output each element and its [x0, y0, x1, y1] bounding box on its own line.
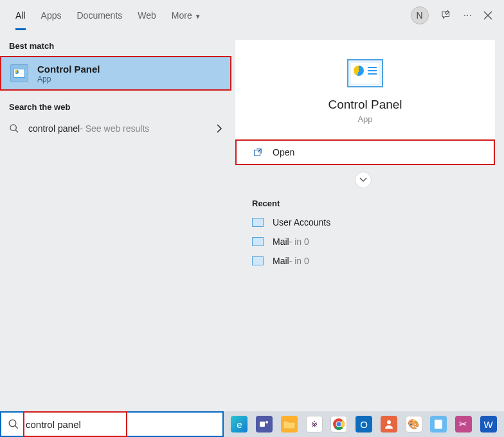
recent-item-user-accounts[interactable]: User Accounts	[252, 217, 478, 227]
svg-point-4	[266, 421, 268, 424]
app-actions: Open	[235, 139, 495, 165]
svg-rect-11	[435, 420, 442, 429]
search-web-label: Search the web	[0, 100, 231, 117]
chevron-down-icon: ▼	[195, 13, 201, 20]
taskbar-app-outlook[interactable]: O	[352, 413, 376, 435]
taskbar-search-box[interactable]	[0, 411, 224, 437]
web-search-result[interactable]: control panel - See web results	[0, 117, 231, 140]
result-title: Control Panel	[37, 64, 100, 75]
recent-item-suffix: - in 0	[289, 256, 309, 266]
taskbar-app-edge[interactable]: e	[228, 413, 251, 435]
taskbar-app-teams[interactable]	[253, 413, 276, 435]
search-header: All Apps Documents Web More▼ N ···	[0, 0, 504, 31]
search-icon	[9, 123, 19, 134]
control-panel-large-icon	[347, 59, 383, 87]
web-query-text: control panel	[28, 123, 80, 134]
recent-item-mail-1[interactable]: Mail - in 0	[252, 236, 478, 247]
web-query-suffix: - See web results	[80, 123, 149, 134]
settings-window-icon	[252, 256, 264, 265]
svg-point-9	[337, 422, 341, 427]
svg-point-10	[387, 420, 391, 424]
app-preview-card: Control Panel App	[235, 40, 495, 139]
preview-subtitle: App	[357, 114, 372, 124]
svg-point-2	[9, 420, 16, 427]
taskbar: e ※ O 🎨 ✂ W	[224, 411, 504, 437]
header-actions: N ···	[411, 6, 498, 24]
more-options-icon[interactable]: ···	[464, 10, 472, 21]
result-control-panel[interactable]: Control Panel App	[0, 56, 231, 91]
user-avatar[interactable]: N	[411, 6, 429, 24]
control-panel-icon	[10, 64, 28, 82]
svg-point-0	[10, 125, 16, 130]
windows-search-panel: All Apps Documents Web More▼ N ··· Best …	[0, 0, 504, 411]
recent-item-title: Mail	[273, 256, 289, 266]
open-action[interactable]: Open	[235, 139, 495, 165]
tab-documents[interactable]: Documents	[76, 1, 122, 30]
tab-web[interactable]: Web	[138, 1, 156, 30]
svg-rect-3	[260, 422, 265, 427]
tab-all[interactable]: All	[15, 1, 26, 30]
filter-tabs: All Apps Documents Web More▼	[6, 1, 201, 30]
best-match-label: Best match	[0, 39, 231, 56]
settings-window-icon	[252, 237, 264, 246]
taskbar-app-file-explorer[interactable]	[277, 413, 301, 435]
taskbar-app-notepad[interactable]	[427, 413, 451, 435]
recent-item-title: User Accounts	[273, 217, 330, 227]
close-icon[interactable]	[483, 11, 492, 20]
taskbar-app-snipping[interactable]: ✂	[452, 413, 476, 435]
settings-window-icon	[252, 218, 264, 227]
recent-item-suffix: - in 0	[289, 236, 309, 247]
tab-more[interactable]: More▼	[172, 1, 201, 30]
tab-apps[interactable]: Apps	[41, 1, 62, 30]
search-input[interactable]	[26, 419, 222, 430]
feedback-icon[interactable]	[440, 10, 452, 21]
open-icon	[253, 148, 262, 157]
preview-column: Control Panel App Open Recent	[231, 31, 504, 411]
open-label: Open	[273, 147, 294, 157]
results-column: Best match Control Panel App Search the …	[0, 31, 231, 411]
taskbar-app-chrome[interactable]	[327, 413, 351, 435]
taskbar-app-paint[interactable]: 🎨	[402, 413, 426, 435]
recent-item-title: Mail	[273, 236, 289, 247]
taskbar-app-slack[interactable]: ※	[302, 413, 326, 435]
expand-actions	[231, 172, 495, 188]
taskbar-app-word[interactable]: W	[476, 413, 500, 435]
chevron-down-icon[interactable]	[355, 172, 372, 188]
preview-title: Control Panel	[328, 98, 402, 112]
search-icon	[8, 418, 19, 430]
recent-label: Recent	[252, 199, 478, 208]
result-subtitle: App	[37, 75, 100, 84]
taskbar-app-profile[interactable]	[377, 413, 401, 435]
recent-panel: Recent User Accounts Mail - in 0 Mail - …	[235, 195, 495, 279]
chevron-right-icon	[216, 124, 222, 133]
recent-item-mail-2[interactable]: Mail - in 0	[252, 256, 478, 266]
